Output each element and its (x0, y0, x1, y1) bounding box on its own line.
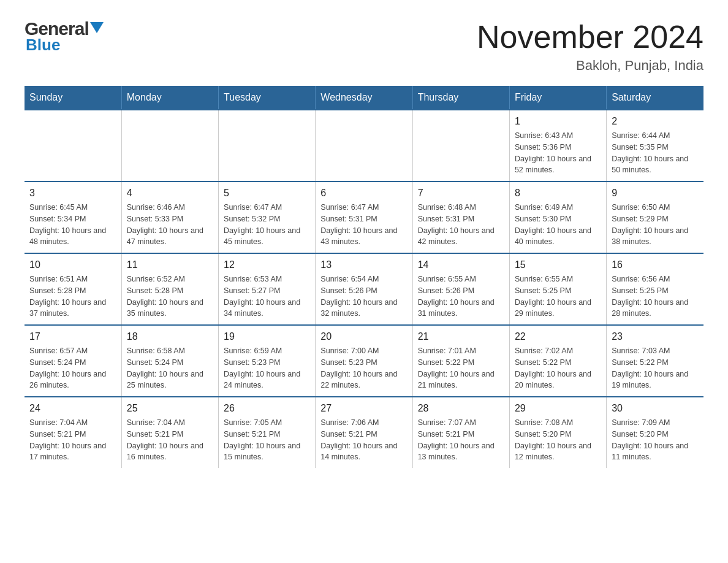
calendar-title: November 2024 (477, 18, 703, 55)
day-info: Sunrise: 7:07 AM Sunset: 5:21 PM Dayligh… (418, 417, 504, 463)
calendar-header: SundayMondayTuesdayWednesdayThursdayFrid… (25, 86, 703, 110)
weekday-header-thursday: Thursday (412, 86, 509, 110)
weekday-header-sunday: Sunday (25, 86, 121, 110)
calendar-cell (121, 110, 218, 182)
calendar-cell: 7Sunrise: 6:48 AM Sunset: 5:31 PM Daylig… (412, 182, 509, 253)
logo-triangle-icon (90, 22, 104, 33)
day-number: 28 (418, 401, 504, 416)
day-info: Sunrise: 6:55 AM Sunset: 5:25 PM Dayligh… (515, 274, 601, 320)
calendar-cell: 1Sunrise: 6:43 AM Sunset: 5:36 PM Daylig… (509, 110, 606, 182)
day-info: Sunrise: 6:53 AM Sunset: 5:27 PM Dayligh… (224, 274, 310, 320)
day-number: 6 (320, 186, 407, 201)
day-number: 30 (612, 401, 699, 416)
day-number: 27 (320, 401, 407, 416)
calendar-cell: 29Sunrise: 7:08 AM Sunset: 5:20 PM Dayli… (509, 397, 606, 468)
day-info: Sunrise: 7:05 AM Sunset: 5:21 PM Dayligh… (224, 417, 310, 463)
day-info: Sunrise: 6:49 AM Sunset: 5:30 PM Dayligh… (515, 202, 601, 248)
calendar-cell: 28Sunrise: 7:07 AM Sunset: 5:21 PM Dayli… (412, 397, 509, 468)
day-number: 7 (418, 186, 504, 201)
logo: General Blue (25, 18, 104, 55)
day-number: 13 (320, 258, 407, 272)
day-number: 18 (127, 329, 213, 344)
calendar-cell: 14Sunrise: 6:55 AM Sunset: 5:26 PM Dayli… (412, 253, 509, 325)
calendar-cell: 8Sunrise: 6:49 AM Sunset: 5:30 PM Daylig… (509, 182, 606, 253)
weekday-header-tuesday: Tuesday (219, 86, 316, 110)
day-number: 4 (127, 186, 213, 201)
day-number: 2 (612, 114, 699, 129)
calendar-cell (316, 110, 412, 182)
calendar-cell: 15Sunrise: 6:55 AM Sunset: 5:25 PM Dayli… (509, 253, 606, 325)
weekday-header-monday: Monday (121, 86, 218, 110)
calendar-cell: 13Sunrise: 6:54 AM Sunset: 5:26 PM Dayli… (316, 253, 412, 325)
day-number: 12 (224, 258, 310, 272)
weekday-header-row: SundayMondayTuesdayWednesdayThursdayFrid… (25, 86, 703, 110)
day-number: 5 (224, 186, 310, 201)
calendar-cell: 19Sunrise: 6:59 AM Sunset: 5:23 PM Dayli… (219, 325, 316, 397)
day-number: 10 (29, 258, 116, 272)
day-number: 14 (418, 258, 504, 272)
weekday-header-friday: Friday (509, 86, 606, 110)
day-info: Sunrise: 6:48 AM Sunset: 5:31 PM Dayligh… (418, 202, 504, 248)
calendar-cell: 20Sunrise: 7:00 AM Sunset: 5:23 PM Dayli… (316, 325, 412, 397)
calendar-cell: 16Sunrise: 6:56 AM Sunset: 5:25 PM Dayli… (607, 253, 703, 325)
calendar-cell: 18Sunrise: 6:58 AM Sunset: 5:24 PM Dayli… (121, 325, 218, 397)
day-number: 26 (224, 401, 310, 416)
day-info: Sunrise: 6:59 AM Sunset: 5:23 PM Dayligh… (224, 345, 310, 391)
calendar-cell: 22Sunrise: 7:02 AM Sunset: 5:22 PM Dayli… (509, 325, 606, 397)
calendar-subtitle: Bakloh, Punjab, India (477, 58, 703, 74)
day-number: 19 (224, 329, 310, 344)
calendar-cell: 26Sunrise: 7:05 AM Sunset: 5:21 PM Dayli… (219, 397, 316, 468)
weekday-header-saturday: Saturday (607, 86, 703, 110)
page-header: General Blue November 2024 Bakloh, Punja… (25, 18, 703, 74)
day-number: 23 (612, 329, 699, 344)
day-info: Sunrise: 7:06 AM Sunset: 5:21 PM Dayligh… (320, 417, 407, 463)
calendar-week-row: 17Sunrise: 6:57 AM Sunset: 5:24 PM Dayli… (25, 325, 703, 397)
day-number: 21 (418, 329, 504, 344)
calendar-cell: 2Sunrise: 6:44 AM Sunset: 5:35 PM Daylig… (607, 110, 703, 182)
calendar-cell: 30Sunrise: 7:09 AM Sunset: 5:20 PM Dayli… (607, 397, 703, 468)
day-number: 11 (127, 258, 213, 272)
calendar-week-row: 3Sunrise: 6:45 AM Sunset: 5:34 PM Daylig… (25, 182, 703, 253)
day-number: 15 (515, 258, 601, 272)
day-info: Sunrise: 7:09 AM Sunset: 5:20 PM Dayligh… (612, 417, 699, 463)
day-info: Sunrise: 6:45 AM Sunset: 5:34 PM Dayligh… (29, 202, 116, 248)
day-number: 8 (515, 186, 601, 201)
day-info: Sunrise: 7:00 AM Sunset: 5:23 PM Dayligh… (320, 345, 407, 391)
day-info: Sunrise: 6:51 AM Sunset: 5:28 PM Dayligh… (29, 274, 116, 320)
day-number: 9 (612, 186, 699, 201)
day-info: Sunrise: 7:03 AM Sunset: 5:22 PM Dayligh… (612, 345, 699, 391)
calendar-cell: 11Sunrise: 6:52 AM Sunset: 5:28 PM Dayli… (121, 253, 218, 325)
day-info: Sunrise: 6:58 AM Sunset: 5:24 PM Dayligh… (127, 345, 213, 391)
day-info: Sunrise: 7:01 AM Sunset: 5:22 PM Dayligh… (418, 345, 504, 391)
calendar-cell: 9Sunrise: 6:50 AM Sunset: 5:29 PM Daylig… (607, 182, 703, 253)
day-number: 3 (29, 186, 116, 201)
calendar-cell: 5Sunrise: 6:47 AM Sunset: 5:32 PM Daylig… (219, 182, 316, 253)
day-info: Sunrise: 6:54 AM Sunset: 5:26 PM Dayligh… (320, 274, 407, 320)
calendar-cell: 24Sunrise: 7:04 AM Sunset: 5:21 PM Dayli… (25, 397, 121, 468)
day-info: Sunrise: 7:04 AM Sunset: 5:21 PM Dayligh… (127, 417, 213, 463)
calendar-body: 1Sunrise: 6:43 AM Sunset: 5:36 PM Daylig… (25, 110, 703, 468)
calendar-cell: 4Sunrise: 6:46 AM Sunset: 5:33 PM Daylig… (121, 182, 218, 253)
day-info: Sunrise: 6:50 AM Sunset: 5:29 PM Dayligh… (612, 202, 699, 248)
calendar-cell (25, 110, 121, 182)
day-info: Sunrise: 7:04 AM Sunset: 5:21 PM Dayligh… (29, 417, 116, 463)
calendar-cell: 27Sunrise: 7:06 AM Sunset: 5:21 PM Dayli… (316, 397, 412, 468)
day-info: Sunrise: 6:44 AM Sunset: 5:35 PM Dayligh… (612, 130, 699, 176)
day-number: 16 (612, 258, 699, 272)
day-info: Sunrise: 7:08 AM Sunset: 5:20 PM Dayligh… (515, 417, 601, 463)
day-info: Sunrise: 6:47 AM Sunset: 5:31 PM Dayligh… (320, 202, 407, 248)
calendar-cell: 25Sunrise: 7:04 AM Sunset: 5:21 PM Dayli… (121, 397, 218, 468)
calendar-cell: 6Sunrise: 6:47 AM Sunset: 5:31 PM Daylig… (316, 182, 412, 253)
day-number: 1 (515, 114, 601, 129)
day-number: 24 (29, 401, 116, 416)
calendar-cell: 17Sunrise: 6:57 AM Sunset: 5:24 PM Dayli… (25, 325, 121, 397)
day-info: Sunrise: 6:47 AM Sunset: 5:32 PM Dayligh… (224, 202, 310, 248)
day-info: Sunrise: 6:56 AM Sunset: 5:25 PM Dayligh… (612, 274, 699, 320)
calendar-week-row: 24Sunrise: 7:04 AM Sunset: 5:21 PM Dayli… (25, 397, 703, 468)
day-info: Sunrise: 6:57 AM Sunset: 5:24 PM Dayligh… (29, 345, 116, 391)
day-number: 22 (515, 329, 601, 344)
day-info: Sunrise: 6:52 AM Sunset: 5:28 PM Dayligh… (127, 274, 213, 320)
day-number: 29 (515, 401, 601, 416)
calendar-table: SundayMondayTuesdayWednesdayThursdayFrid… (25, 86, 703, 468)
day-number: 20 (320, 329, 407, 344)
